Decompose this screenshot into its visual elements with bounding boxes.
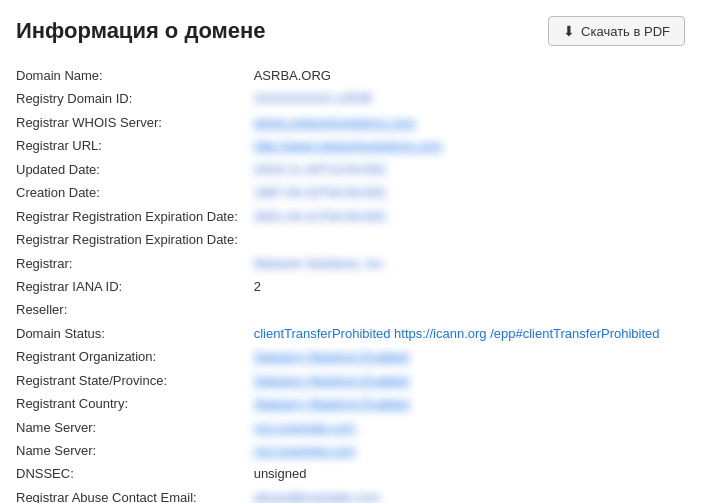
table-row: Updated Date:2019-11-20T13:54:002	[16, 158, 685, 181]
whois-label: Registrar Registration Expiration Date:	[16, 228, 254, 251]
whois-value: ns1.example.com	[254, 416, 685, 439]
whois-label: Registrant Country:	[16, 392, 254, 415]
whois-label: Registrar URL:	[16, 134, 254, 157]
whois-label: Registrar:	[16, 252, 254, 275]
whois-value: 1997-04-22T04:00:002	[254, 181, 685, 204]
whois-label: Registrant State/Province:	[16, 369, 254, 392]
table-row: Registrar Abuse Contact Email:abuse@exam…	[16, 486, 685, 503]
table-row: Registrar URL:http://www.networksolution…	[16, 134, 685, 157]
whois-value: Network Solutions, Inc	[254, 252, 685, 275]
whois-label: Reseller:	[16, 298, 254, 321]
whois-label: Registrar WHOIS Server:	[16, 111, 254, 134]
whois-label: Domain Name:	[16, 64, 254, 87]
whois-value: unsigned	[254, 462, 685, 485]
table-row: Registrant State/Province:Statutory Mask…	[16, 369, 685, 392]
table-row: Name Server:ns1.example.com	[16, 416, 685, 439]
whois-value: whois.networksolutions.com	[254, 111, 685, 134]
whois-label: Name Server:	[16, 439, 254, 462]
pdf-button-label: Скачать в PDF	[581, 24, 670, 39]
table-row: Registrant Organization:Statutory Maskin…	[16, 345, 685, 368]
whois-label: Updated Date:	[16, 158, 254, 181]
table-row: Registrar WHOIS Server:whois.networksolu…	[16, 111, 685, 134]
whois-info-table: Domain Name:ASRBA.ORGRegistry Domain ID:…	[16, 64, 685, 503]
table-row: Registrar Registration Expiration Date:2…	[16, 205, 685, 228]
download-icon: ⬇	[563, 23, 575, 39]
page-header: Информация о домене ⬇ Скачать в PDF	[16, 16, 685, 46]
whois-value: clientTransferProhibited https://icann.o…	[254, 322, 685, 345]
table-row: Registrar IANA ID:2	[16, 275, 685, 298]
whois-label: Registrar IANA ID:	[16, 275, 254, 298]
table-row: Registry Domain ID:XXXXXXXXX-LROR	[16, 87, 685, 110]
whois-value: Statutory Masking Enabled	[254, 369, 685, 392]
page-title: Информация о домене	[16, 18, 266, 44]
whois-label: Registrant Organization:	[16, 345, 254, 368]
table-row: Registrant Country:Statutory Masking Ena…	[16, 392, 685, 415]
whois-label: Domain Status:	[16, 322, 254, 345]
whois-label: Registry Domain ID:	[16, 87, 254, 110]
table-row: Registrar:Network Solutions, Inc	[16, 252, 685, 275]
table-row: Reseller:	[16, 298, 685, 321]
table-row: Registrar Registration Expiration Date:	[16, 228, 685, 251]
pdf-download-button[interactable]: ⬇ Скачать в PDF	[548, 16, 685, 46]
table-row: Creation Date:1997-04-22T04:00:002	[16, 181, 685, 204]
table-row: Domain Name:ASRBA.ORG	[16, 64, 685, 87]
whois-value	[254, 228, 685, 251]
whois-value	[254, 298, 685, 321]
whois-value: ns2.example.com	[254, 439, 685, 462]
whois-label: Creation Date:	[16, 181, 254, 204]
table-row: Domain Status:clientTransferProhibited h…	[16, 322, 685, 345]
whois-value: 2019-11-20T13:54:002	[254, 158, 685, 181]
whois-value: XXXXXXXXX-LROR	[254, 87, 685, 110]
whois-label: Registrar Registration Expiration Date:	[16, 205, 254, 228]
whois-value: abuse@example.com	[254, 486, 685, 503]
whois-value: 2021-04-21T04:00:002	[254, 205, 685, 228]
whois-label: DNSSEC:	[16, 462, 254, 485]
whois-value: Statutory Masking Enabled	[254, 392, 685, 415]
whois-value: http://www.networksolutions.com	[254, 134, 685, 157]
whois-label: Name Server:	[16, 416, 254, 439]
whois-label: Registrar Abuse Contact Email:	[16, 486, 254, 503]
table-row: DNSSEC:unsigned	[16, 462, 685, 485]
whois-value: Statutory Masking Enabled	[254, 345, 685, 368]
table-row: Name Server:ns2.example.com	[16, 439, 685, 462]
whois-value: ASRBA.ORG	[254, 64, 685, 87]
whois-value: 2	[254, 275, 685, 298]
